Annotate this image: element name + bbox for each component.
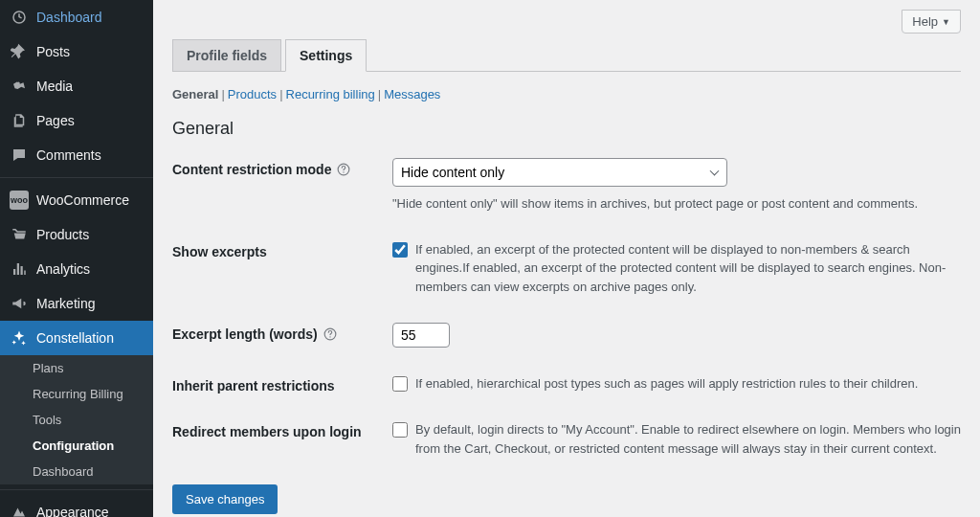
settings-subnav: General|Products|Recurring billing|Messa… (172, 87, 961, 101)
inherit-restrictions-checkbox[interactable] (392, 376, 408, 392)
subnav-messages[interactable]: Messages (384, 87, 440, 101)
label-redirect-login: Redirect members upon login (172, 420, 364, 439)
sidebar-item-label: Marketing (36, 296, 95, 311)
appearance-icon (10, 503, 29, 517)
pages-icon (10, 111, 29, 130)
menu-separator (0, 177, 153, 178)
media-icon (10, 77, 29, 96)
pin-icon (10, 42, 29, 61)
marketing-icon (10, 294, 29, 313)
show-excerpts-desc: If enabled, an excerpt of the protected … (415, 240, 961, 297)
woocommerce-icon: woo (10, 191, 29, 210)
tab-bar: Profile fields Settings (172, 39, 961, 72)
sidebar-item-label: Constellation (36, 330, 114, 346)
sidebar-item-label: Pages (36, 113, 75, 128)
label-excerpt-length: Excerpt length (words) (172, 323, 364, 342)
subnav-products[interactable]: Products (228, 87, 277, 101)
subnav-general[interactable]: General (172, 87, 218, 101)
admin-sidebar: Dashboard Posts Media Pages Comments (0, 0, 153, 517)
help-button[interactable]: Help ▼ (902, 10, 961, 34)
sidebar-item-label: Media (36, 79, 73, 94)
sidebar-item-products[interactable]: Products (0, 217, 153, 252)
sidebar-item-media[interactable]: Media (0, 69, 153, 103)
submenu-dashboard[interactable]: Dashboard (0, 459, 153, 484)
sidebar-item-label: WooCommerce (36, 192, 129, 208)
tab-profile-fields[interactable]: Profile fields (172, 39, 281, 71)
sidebar-item-marketing[interactable]: Marketing (0, 286, 153, 321)
svg-point-2 (344, 171, 345, 172)
comments-icon (10, 146, 29, 165)
submenu-tools[interactable]: Tools (0, 407, 153, 433)
help-label: Help (912, 14, 938, 29)
subnav-recurring-billing[interactable]: Recurring billing (286, 87, 375, 101)
tab-settings[interactable]: Settings (285, 39, 367, 72)
sidebar-item-analytics[interactable]: Analytics (0, 252, 153, 286)
sidebar-item-dashboard[interactable]: Dashboard (0, 0, 153, 34)
sidebar-item-label: Comments (36, 147, 101, 163)
show-excerpts-checkbox[interactable] (392, 242, 408, 258)
sidebar-item-posts[interactable]: Posts (0, 34, 153, 69)
dashboard-icon (10, 8, 29, 27)
label-content-restriction: Content restriction mode (172, 158, 364, 177)
sidebar-item-woocommerce[interactable]: woo WooCommerce (0, 183, 153, 217)
sidebar-item-pages[interactable]: Pages (0, 103, 153, 138)
restriction-desc: "Hide content only" will show items in a… (392, 194, 961, 214)
sidebar-item-comments[interactable]: Comments (0, 138, 153, 172)
submenu-configuration[interactable]: Configuration (0, 433, 153, 459)
inherit-desc: If enabled, hierarchical post types such… (415, 374, 918, 393)
submenu-plans[interactable]: Plans (0, 355, 153, 381)
label-inherit-restrictions: Inherit parent restrictions (172, 374, 364, 393)
content-area: Help ▼ Profile fields Settings General|P… (153, 0, 980, 517)
constellation-icon (10, 328, 29, 348)
sidebar-item-constellation[interactable]: Constellation (0, 321, 153, 355)
help-tooltip-icon[interactable] (323, 327, 337, 341)
analytics-icon (10, 259, 29, 279)
menu-separator (0, 489, 153, 490)
svg-point-4 (329, 336, 330, 337)
sidebar-item-label: Products (36, 227, 89, 242)
sidebar-item-label: Dashboard (36, 10, 102, 25)
sidebar-submenu: Plans Recurring Billing Tools Configurat… (0, 355, 153, 484)
sidebar-item-label: Analytics (36, 261, 90, 277)
svg-point-0 (17, 82, 20, 85)
products-icon (10, 225, 29, 244)
sidebar-item-label: Appearance (36, 505, 109, 517)
sidebar-item-label: Posts (36, 44, 70, 59)
label-show-excerpts: Show excerpts (172, 240, 364, 259)
submenu-recurring-billing[interactable]: Recurring Billing (0, 381, 153, 407)
section-title: General (172, 119, 961, 139)
chevron-down-icon: ▼ (942, 17, 950, 27)
excerpt-length-input[interactable] (392, 323, 450, 348)
content-restriction-select[interactable]: Hide content only (392, 158, 727, 187)
sidebar-item-appearance[interactable]: Appearance (0, 495, 153, 517)
redirect-desc: By default, login directs to "My Account… (415, 420, 961, 458)
redirect-login-checkbox[interactable] (392, 422, 408, 438)
save-button[interactable]: Save changes (172, 484, 278, 514)
help-tooltip-icon[interactable] (337, 163, 350, 176)
